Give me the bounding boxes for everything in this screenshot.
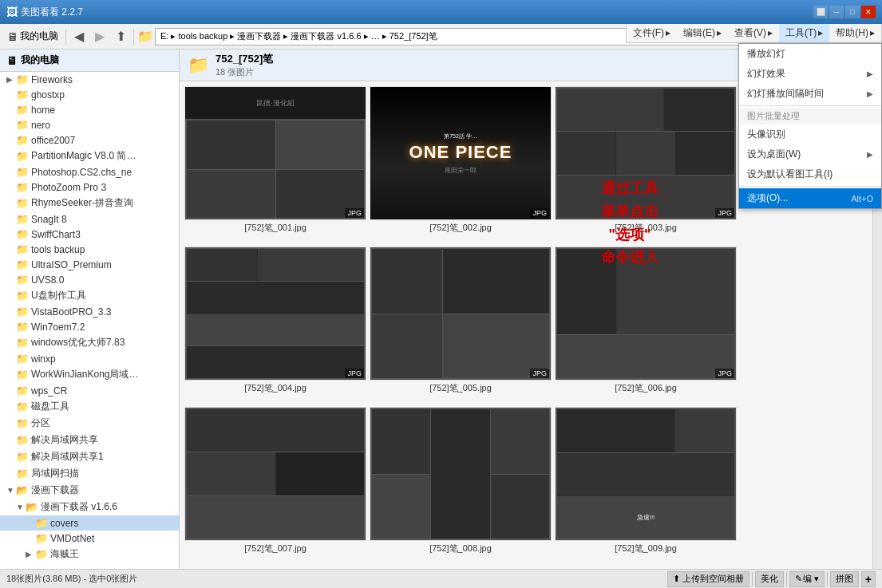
folder-icon-large: 📁: [188, 55, 209, 76]
sidebar-item-winxp[interactable]: ▶ 📁 winxp: [0, 351, 179, 366]
sidebar-item-uvs[interactable]: ▶ 📁 UVS8.0: [0, 272, 179, 287]
menu-help[interactable]: 帮助(H) ▶: [829, 24, 881, 42]
sidebar-item-tools-backup[interactable]: ▶ 📁 tools backup: [0, 242, 179, 257]
dm-slideshow[interactable]: 播放幻灯: [739, 44, 881, 64]
jpg-badge-2: JPG: [530, 208, 549, 218]
sidebar-item-nero[interactable]: ▶ 📁 nero: [0, 117, 179, 132]
sidebar-item-udisk[interactable]: ▶ 📁 U盘制作工具: [0, 287, 179, 304]
jpg-badge-3: JPG: [715, 208, 734, 218]
thumb-cell-1[interactable]: 鼠德·漫化組 JPG [752]笔_001.jpg: [184, 86, 366, 243]
sidebar-item-wps[interactable]: ▶ 📁 wps_CR: [0, 383, 179, 398]
addr-folder-icon: 📁: [137, 29, 153, 44]
sidebar-item-manga[interactable]: ▼ 📂 漫画下载器: [0, 482, 179, 499]
thumb-label-8: [752]笔_008.jpg: [370, 541, 552, 556]
sidebar-item-partitionmagic[interactable]: ▶ 📁 PartitionMagic V8.0 简…: [0, 148, 179, 164]
upload-btn[interactable]: ⬆ 上传到空间相册: [667, 571, 750, 587]
sidebar-item-snagit[interactable]: ▶ 📁 SnagIt 8: [0, 211, 179, 227]
thumb-label-3: [752]笔_003.jpg: [555, 220, 737, 235]
sidebar-item-onepiece[interactable]: ▶ 📁 海贼王: [0, 546, 179, 562]
jpg-badge-1: JPG: [345, 208, 364, 218]
titlebar-close[interactable]: ✕: [861, 6, 876, 18]
plus-btn[interactable]: +: [861, 571, 876, 587]
sidebar-item-lan-share2[interactable]: ▶ 📁 解决局域网共享1: [0, 448, 179, 465]
folder-count: 18 张图片: [216, 66, 273, 78]
thumb-label-1: [752]笔_001.jpg: [184, 220, 366, 235]
sidebar-item-office2007[interactable]: ▶ 📁 office2007: [0, 132, 179, 148]
computer-header-icon: 🖥: [6, 54, 18, 67]
sidebar: 🖥 我的电脑 ▶ 📁 Fireworks ▶ 📁 ghostxp ▶ 📁 hom…: [0, 49, 180, 569]
sidebar-item-ghostxp[interactable]: ▶ 📁 ghostxp: [0, 87, 179, 102]
nav-back[interactable]: ◀: [69, 27, 89, 46]
thumb-cell-9[interactable]: 急速!!! [752]笔_009.jpg: [555, 407, 737, 564]
thumb-cell-6[interactable]: JPG [752]笔_006.jpg: [555, 247, 737, 404]
dm-slideshow-interval[interactable]: 幻灯播放间隔时间 ▶: [739, 84, 881, 104]
thumb-cell-5[interactable]: JPG [752]笔_005.jpg: [370, 247, 552, 404]
nav-forward[interactable]: ▶: [90, 27, 109, 46]
thumb-label-7: [752]笔_007.jpg: [184, 541, 366, 556]
sidebar-item-disktools[interactable]: ▶ 📁 磁盘工具: [0, 398, 179, 415]
collage-btn[interactable]: 拼图: [830, 571, 859, 587]
thumb-cell-4[interactable]: JPG [752]笔_004.jpg: [184, 247, 366, 404]
titlebar: 🖼 美图看看 2.2.7 ⬜ ─ □ ✕: [0, 0, 882, 24]
jpg-badge-6: JPG: [715, 369, 734, 378]
sidebar-item-windows-opt[interactable]: ▶ 📁 windows优化大师7.83: [0, 334, 179, 351]
titlebar-max[interactable]: □: [845, 6, 860, 18]
menu-edit[interactable]: 编辑(E) ▶: [677, 24, 728, 42]
dm-slideshow-effect[interactable]: 幻灯效果 ▶: [739, 64, 881, 84]
sep-line: [752, 572, 753, 586]
beautify-btn[interactable]: 美化: [755, 571, 784, 587]
sidebar-item-swiffchart[interactable]: ▶ 📁 SwiffChart3: [0, 227, 179, 242]
thumb-label-9: [752]笔_009.jpg: [555, 541, 737, 556]
sidebar-item-rhymeseeker[interactable]: ▶ 📁 RhymeSeeker-拼音查询: [0, 195, 179, 211]
dm-set-desktop[interactable]: 设为桌面(W) ▶: [739, 144, 881, 164]
statusbar: 18张图片(3.86 MB) - 选中0张图片 ⬆ 上传到空间相册 美化 ✎ 编…: [0, 569, 882, 588]
dm-face-detect[interactable]: 头像识别: [739, 124, 881, 144]
thumb-cell-7[interactable]: [752]笔_007.jpg: [184, 407, 366, 564]
nav-up[interactable]: ⬆: [111, 27, 130, 46]
sidebar-item-photoshop[interactable]: ▶ 📁 Photoshop.CS2.chs_ne: [0, 164, 179, 180]
sep-line3: [827, 572, 828, 586]
app-icon: 🖼: [6, 6, 18, 18]
dm-sep2: [739, 186, 881, 187]
sidebar-item-fireworks[interactable]: ▶ 📁 Fireworks: [0, 72, 179, 87]
sidebar-item-manga-v166[interactable]: ▼ 📂 漫画下载器 v1.6.6: [0, 499, 179, 515]
sidebar-item-vmdotnet[interactable]: ▶ 📁 VMDotNet: [0, 531, 179, 546]
tb-sep2: [133, 29, 134, 45]
sidebar-item-ultraiso[interactable]: ▶ 📁 UltraISO_Premium: [0, 257, 179, 272]
menu-view[interactable]: 查看(V) ▶: [728, 24, 779, 42]
status-text: 18张图片(3.86 MB) - 选中0张图片: [6, 573, 667, 585]
dm-options[interactable]: 选项(O)... Alt+O: [739, 188, 881, 208]
sidebar-item-workwin[interactable]: ▶ 📁 WorkWinJianKong局域…: [0, 366, 179, 383]
upload-icon: ⬆: [673, 574, 680, 584]
thumb-cell-2[interactable]: 第752話 学… ONE PIECE 尾田栄一郎 JPG [752]笔_002.…: [370, 86, 552, 243]
edit-icon: ✎: [795, 574, 802, 584]
thumb-cell-8[interactable]: [752]笔_008.jpg: [370, 407, 552, 564]
thumb-label-4: [752]笔_004.jpg: [184, 381, 366, 396]
sidebar-item-photozoom[interactable]: ▶ 📁 PhotoZoom Pro 3: [0, 180, 179, 195]
sidebar-header: 🖥 我的电脑: [0, 49, 179, 72]
computer-btn[interactable]: 🖥 我的电脑: [3, 27, 62, 45]
tools-dropdown: 播放幻灯 幻灯效果 ▶ 幻灯播放间隔时间 ▶ 图片批量处理 头像识别 设为桌面(…: [738, 43, 882, 209]
dm-set-default[interactable]: 设为默认看图工具(I): [739, 164, 881, 184]
jpg-badge-4: JPG: [345, 369, 364, 378]
sidebar-item-lan-scan[interactable]: ▶ 📁 局域网扫描: [0, 465, 179, 482]
jpg-badge-5: JPG: [530, 369, 549, 378]
sidebar-item-lan-share1[interactable]: ▶ 📁 解决局域网共享: [0, 432, 179, 448]
sidebar-item-covers[interactable]: ▶ 📁 covers: [0, 515, 179, 531]
menu-tools[interactable]: 工具(T) ▶: [779, 24, 829, 42]
thumb-label-2: [752]笔_002.jpg: [370, 220, 552, 235]
sidebar-item-home[interactable]: ▶ 📁 home: [0, 102, 179, 117]
edit-btn[interactable]: ✎ 编 ▾: [789, 571, 825, 587]
sidebar-item-win7oem[interactable]: ▶ 📁 Win7oem7.2: [0, 319, 179, 334]
dm-batch: 图片批量处理: [739, 108, 881, 124]
folder-name: 752_[752]笔: [216, 52, 273, 66]
menu-file[interactable]: 文件(F) ▶: [627, 24, 677, 42]
sidebar-item-partition[interactable]: ▶ 📁 分区: [0, 415, 179, 432]
titlebar-btn-1[interactable]: ⬜: [813, 6, 828, 18]
sep-line2: [786, 572, 787, 586]
titlebar-min[interactable]: ─: [829, 6, 844, 18]
sidebar-item-vistaboot[interactable]: ▶ 📁 VistaBootPRO_3.3: [0, 304, 179, 319]
dm-sep1: [739, 105, 881, 106]
computer-icon: 🖥: [7, 30, 18, 43]
dm-options-shortcut: Alt+O: [851, 194, 873, 203]
